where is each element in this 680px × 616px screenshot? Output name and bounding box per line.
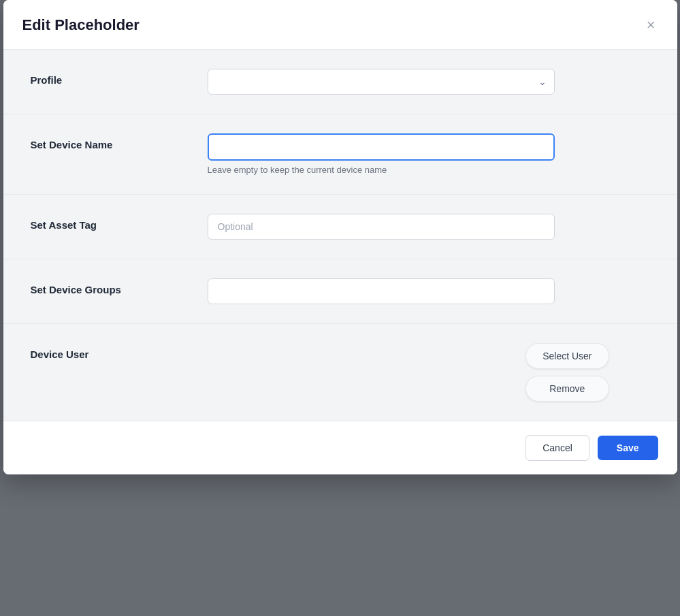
device-name-row: Set Device Name Leave empty to keep the … xyxy=(3,114,677,195)
profile-select[interactable] xyxy=(208,69,555,95)
device-user-row: Device User Select User Remove xyxy=(3,324,677,421)
edit-placeholder-modal: Edit Placeholder × Profile ⌄ xyxy=(3,0,677,474)
profile-label: Profile xyxy=(31,69,208,86)
device-groups-row: Set Device Groups xyxy=(3,259,677,324)
asset-tag-row: Set Asset Tag xyxy=(3,195,677,259)
device-groups-label: Set Device Groups xyxy=(31,278,208,295)
profile-select-wrapper: ⌄ xyxy=(208,69,555,95)
asset-tag-input[interactable] xyxy=(208,214,555,240)
device-name-hint: Leave empty to keep the current device n… xyxy=(208,165,650,175)
device-name-input[interactable] xyxy=(208,133,555,161)
device-groups-input[interactable] xyxy=(208,278,555,304)
cancel-button[interactable]: Cancel xyxy=(525,435,589,461)
device-name-field-wrapper: Leave empty to keep the current device n… xyxy=(208,133,650,175)
select-user-button[interactable]: Select User xyxy=(525,343,609,369)
remove-button[interactable]: Remove xyxy=(525,376,609,402)
modal-body: Profile ⌄ Set Device Name Leave empty to… xyxy=(3,50,677,421)
asset-tag-label: Set Asset Tag xyxy=(31,214,208,231)
asset-tag-field-wrapper xyxy=(208,214,650,240)
user-action-buttons: Select User Remove xyxy=(525,343,649,402)
close-button[interactable]: × xyxy=(644,14,658,37)
profile-row: Profile ⌄ xyxy=(3,50,677,114)
device-name-label: Set Device Name xyxy=(31,133,208,150)
modal-footer: Cancel Save xyxy=(3,421,677,474)
device-groups-field-wrapper xyxy=(208,278,650,304)
device-user-label: Device User xyxy=(31,343,208,360)
close-icon: × xyxy=(647,16,655,34)
modal-overlay: Edit Placeholder × Profile ⌄ xyxy=(0,0,680,616)
modal-header: Edit Placeholder × xyxy=(3,0,677,50)
modal-title: Edit Placeholder xyxy=(22,16,140,34)
profile-field-wrapper: ⌄ xyxy=(208,69,650,95)
save-button[interactable]: Save xyxy=(598,436,658,460)
